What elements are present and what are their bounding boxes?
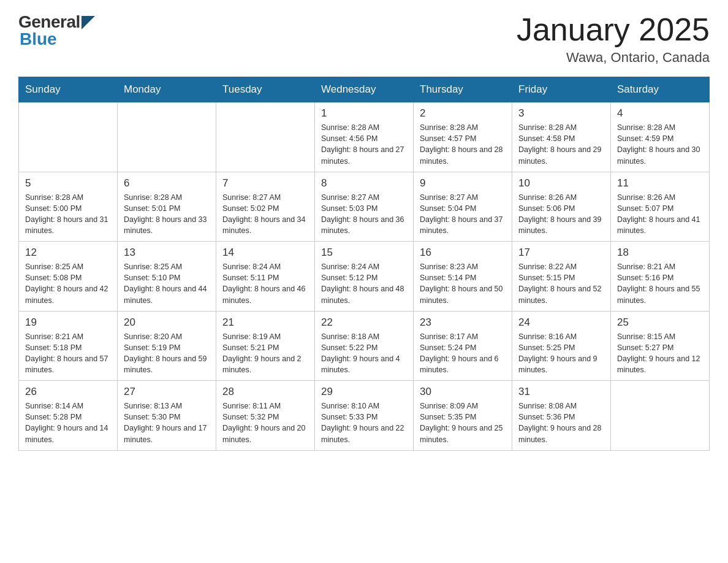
- calendar-cell: [216, 102, 315, 172]
- day-info: Sunrise: 8:10 AM Sunset: 5:33 PM Dayligh…: [321, 400, 407, 445]
- calendar-cell: 14Sunrise: 8:24 AM Sunset: 5:11 PM Dayli…: [216, 242, 315, 312]
- calendar-cell: 18Sunrise: 8:21 AM Sunset: 5:16 PM Dayli…: [611, 242, 710, 312]
- day-number: 26: [25, 386, 111, 398]
- day-info: Sunrise: 8:21 AM Sunset: 5:18 PM Dayligh…: [25, 331, 111, 376]
- day-info: Sunrise: 8:27 AM Sunset: 5:04 PM Dayligh…: [420, 192, 506, 237]
- day-number: 11: [617, 177, 703, 190]
- logo: General Blue: [18, 12, 95, 49]
- day-number: 23: [420, 316, 506, 329]
- day-number: 29: [321, 386, 407, 398]
- day-info: Sunrise: 8:16 AM Sunset: 5:25 PM Dayligh…: [518, 331, 604, 376]
- day-number: 2: [420, 107, 506, 120]
- weekday-header-wednesday: Wednesday: [315, 77, 414, 102]
- month-title: January 2025: [517, 12, 710, 47]
- calendar-cell: 27Sunrise: 8:13 AM Sunset: 5:30 PM Dayli…: [118, 381, 216, 451]
- calendar-cell: 28Sunrise: 8:11 AM Sunset: 5:32 PM Dayli…: [216, 381, 315, 451]
- day-info: Sunrise: 8:27 AM Sunset: 5:02 PM Dayligh…: [222, 192, 308, 237]
- location-title: Wawa, Ontario, Canada: [517, 50, 710, 66]
- day-info: Sunrise: 8:15 AM Sunset: 5:27 PM Dayligh…: [617, 331, 703, 376]
- calendar-cell: 9Sunrise: 8:27 AM Sunset: 5:04 PM Daylig…: [414, 172, 512, 242]
- calendar-cell: 11Sunrise: 8:26 AM Sunset: 5:07 PM Dayli…: [611, 172, 710, 242]
- day-info: Sunrise: 8:26 AM Sunset: 5:06 PM Dayligh…: [518, 192, 604, 237]
- day-number: 25: [617, 316, 703, 329]
- day-info: Sunrise: 8:21 AM Sunset: 5:16 PM Dayligh…: [617, 261, 703, 306]
- page-header: General Blue January 2025 Wawa, Ontario,…: [18, 12, 710, 66]
- calendar-cell: 24Sunrise: 8:16 AM Sunset: 5:25 PM Dayli…: [512, 311, 611, 381]
- day-number: 6: [124, 177, 210, 190]
- weekday-header-friday: Friday: [512, 77, 611, 102]
- day-info: Sunrise: 8:27 AM Sunset: 5:03 PM Dayligh…: [321, 192, 407, 237]
- day-info: Sunrise: 8:19 AM Sunset: 5:21 PM Dayligh…: [222, 331, 308, 376]
- calendar-cell: 3Sunrise: 8:28 AM Sunset: 4:58 PM Daylig…: [512, 102, 611, 172]
- calendar-cell: 12Sunrise: 8:25 AM Sunset: 5:08 PM Dayli…: [19, 242, 118, 312]
- day-number: 8: [321, 177, 407, 190]
- day-number: 10: [518, 177, 604, 190]
- day-number: 14: [222, 247, 308, 259]
- day-info: Sunrise: 8:22 AM Sunset: 5:15 PM Dayligh…: [518, 261, 604, 306]
- day-number: 1: [321, 107, 407, 120]
- day-number: 4: [617, 107, 703, 120]
- title-block: January 2025 Wawa, Ontario, Canada: [517, 12, 710, 66]
- day-number: 5: [25, 177, 111, 190]
- day-number: 18: [617, 247, 703, 259]
- day-info: Sunrise: 8:11 AM Sunset: 5:32 PM Dayligh…: [222, 400, 308, 445]
- day-info: Sunrise: 8:28 AM Sunset: 5:00 PM Dayligh…: [25, 192, 111, 237]
- calendar-cell: 29Sunrise: 8:10 AM Sunset: 5:33 PM Dayli…: [315, 381, 414, 451]
- weekday-header-sunday: Sunday: [19, 77, 118, 102]
- day-info: Sunrise: 8:09 AM Sunset: 5:35 PM Dayligh…: [420, 400, 506, 445]
- calendar-cell: [19, 102, 118, 172]
- day-info: Sunrise: 8:17 AM Sunset: 5:24 PM Dayligh…: [420, 331, 506, 376]
- day-number: 13: [124, 247, 210, 259]
- weekday-header-saturday: Saturday: [611, 77, 710, 102]
- day-info: Sunrise: 8:28 AM Sunset: 5:01 PM Dayligh…: [124, 192, 210, 237]
- calendar-cell: 2Sunrise: 8:28 AM Sunset: 4:57 PM Daylig…: [414, 102, 512, 172]
- svg-marker-0: [82, 16, 95, 29]
- day-number: 31: [518, 386, 604, 398]
- calendar-cell: 26Sunrise: 8:14 AM Sunset: 5:28 PM Dayli…: [19, 381, 118, 451]
- day-number: 22: [321, 316, 407, 329]
- calendar-cell: 19Sunrise: 8:21 AM Sunset: 5:18 PM Dayli…: [19, 311, 118, 381]
- day-info: Sunrise: 8:13 AM Sunset: 5:30 PM Dayligh…: [124, 400, 210, 445]
- calendar-week-row: 26Sunrise: 8:14 AM Sunset: 5:28 PM Dayli…: [19, 381, 710, 451]
- calendar-cell: 6Sunrise: 8:28 AM Sunset: 5:01 PM Daylig…: [118, 172, 216, 242]
- day-number: 9: [420, 177, 506, 190]
- calendar-cell: 16Sunrise: 8:23 AM Sunset: 5:14 PM Dayli…: [414, 242, 512, 312]
- weekday-header-thursday: Thursday: [414, 77, 512, 102]
- calendar-week-row: 5Sunrise: 8:28 AM Sunset: 5:00 PM Daylig…: [19, 172, 710, 242]
- day-info: Sunrise: 8:25 AM Sunset: 5:08 PM Dayligh…: [25, 261, 111, 306]
- calendar-cell: [118, 102, 216, 172]
- calendar-week-row: 19Sunrise: 8:21 AM Sunset: 5:18 PM Dayli…: [19, 311, 710, 381]
- calendar-table: SundayMondayTuesdayWednesdayThursdayFrid…: [18, 77, 710, 451]
- calendar-cell: 1Sunrise: 8:28 AM Sunset: 4:56 PM Daylig…: [315, 102, 414, 172]
- calendar-cell: 20Sunrise: 8:20 AM Sunset: 5:19 PM Dayli…: [118, 311, 216, 381]
- calendar-week-row: 12Sunrise: 8:25 AM Sunset: 5:08 PM Dayli…: [19, 242, 710, 312]
- day-info: Sunrise: 8:23 AM Sunset: 5:14 PM Dayligh…: [420, 261, 506, 306]
- calendar-cell: 25Sunrise: 8:15 AM Sunset: 5:27 PM Dayli…: [611, 311, 710, 381]
- calendar-cell: 21Sunrise: 8:19 AM Sunset: 5:21 PM Dayli…: [216, 311, 315, 381]
- calendar-cell: 22Sunrise: 8:18 AM Sunset: 5:22 PM Dayli…: [315, 311, 414, 381]
- day-info: Sunrise: 8:28 AM Sunset: 4:58 PM Dayligh…: [518, 122, 604, 167]
- day-number: 17: [518, 247, 604, 259]
- day-number: 21: [222, 316, 308, 329]
- day-number: 16: [420, 247, 506, 259]
- day-info: Sunrise: 8:25 AM Sunset: 5:10 PM Dayligh…: [124, 261, 210, 306]
- day-number: 19: [25, 316, 111, 329]
- calendar-cell: 23Sunrise: 8:17 AM Sunset: 5:24 PM Dayli…: [414, 311, 512, 381]
- day-info: Sunrise: 8:18 AM Sunset: 5:22 PM Dayligh…: [321, 331, 407, 376]
- day-number: 28: [222, 386, 308, 398]
- day-info: Sunrise: 8:20 AM Sunset: 5:19 PM Dayligh…: [124, 331, 210, 376]
- day-number: 7: [222, 177, 308, 190]
- calendar-cell: 5Sunrise: 8:28 AM Sunset: 5:00 PM Daylig…: [19, 172, 118, 242]
- day-info: Sunrise: 8:28 AM Sunset: 4:56 PM Dayligh…: [321, 122, 407, 167]
- day-info: Sunrise: 8:26 AM Sunset: 5:07 PM Dayligh…: [617, 192, 703, 237]
- calendar-cell: 17Sunrise: 8:22 AM Sunset: 5:15 PM Dayli…: [512, 242, 611, 312]
- day-info: Sunrise: 8:28 AM Sunset: 4:59 PM Dayligh…: [617, 122, 703, 167]
- day-info: Sunrise: 8:24 AM Sunset: 5:12 PM Dayligh…: [321, 261, 407, 306]
- calendar-cell: 10Sunrise: 8:26 AM Sunset: 5:06 PM Dayli…: [512, 172, 611, 242]
- day-number: 30: [420, 386, 506, 398]
- calendar-cell: 15Sunrise: 8:24 AM Sunset: 5:12 PM Dayli…: [315, 242, 414, 312]
- day-info: Sunrise: 8:24 AM Sunset: 5:11 PM Dayligh…: [222, 261, 308, 306]
- calendar-cell: 4Sunrise: 8:28 AM Sunset: 4:59 PM Daylig…: [611, 102, 710, 172]
- calendar-cell: 30Sunrise: 8:09 AM Sunset: 5:35 PM Dayli…: [414, 381, 512, 451]
- calendar-cell: [611, 381, 710, 451]
